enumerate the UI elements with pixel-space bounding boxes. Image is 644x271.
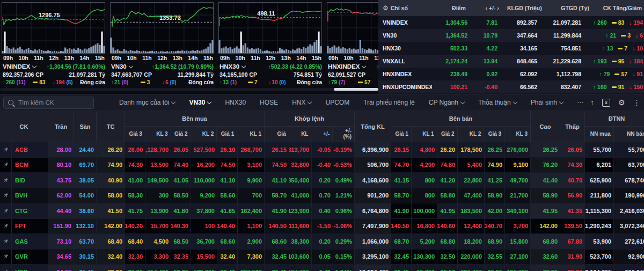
cell-pin[interactable] xyxy=(0,265,12,271)
cell-mua-4[interactable]: 26.10 xyxy=(217,142,238,157)
cell-ban-2[interactable]: 41.95 xyxy=(437,203,458,218)
cell-symbol[interactable]: BCM xyxy=(12,158,48,173)
charts-scrollbar[interactable] xyxy=(0,88,378,91)
tab-tr-i-phi-u-ri-ng-l-[interactable]: Trái phiếu riêng lẻ xyxy=(363,99,415,106)
cell-mua-5[interactable]: 1,100 xyxy=(238,219,265,234)
cell-ban-1[interactable]: 100,000 xyxy=(412,203,437,218)
cell-pin[interactable] xyxy=(0,173,12,188)
gear-icon[interactable]: ⚙ xyxy=(383,4,389,12)
cell-symbol[interactable]: CTG xyxy=(12,203,48,218)
cell-mua-5[interactable]: 268,700 xyxy=(238,142,265,157)
cell-ban-5[interactable]: 49,700 xyxy=(505,173,531,188)
pin-icon[interactable] xyxy=(3,254,9,259)
tab-hose[interactable]: HOSE xyxy=(260,99,278,106)
cell-symbol[interactable]: GVR xyxy=(12,250,48,265)
cell-pin[interactable] xyxy=(0,203,12,218)
board-row-acb[interactable]: ACB28.0024.4026.2026.001,128,70026.05527… xyxy=(0,142,644,158)
cell-mua-3[interactable]: 100 xyxy=(191,219,217,234)
cell-symbol[interactable]: ACB xyxy=(12,142,48,157)
cell-mua-0[interactable]: 26.00 xyxy=(125,142,145,157)
cell-mua-2[interactable]: 23.35 xyxy=(171,265,191,271)
cell-mua-1[interactable]: 300 xyxy=(145,188,171,203)
cell-ban-1[interactable]: 130,300 xyxy=(412,250,437,265)
index-row-vnindex[interactable]: VNINDEX 1,304.56 7.81 892.357 21,097.281… xyxy=(378,16,644,29)
cell-mua-0[interactable]: 41.75 xyxy=(125,203,145,218)
tab--[interactable]: ⋯ xyxy=(577,99,583,106)
cell-mua-3[interactable]: 172,200 xyxy=(191,265,217,271)
cell-mua-4[interactable]: 74.50 xyxy=(217,158,238,173)
cell-ban-4[interactable]: 68.90 xyxy=(485,234,505,249)
tab-hnx30[interactable]: HNX30 xyxy=(225,99,246,106)
pin-icon[interactable] xyxy=(3,239,9,244)
cell-ban-2[interactable]: 26.20 xyxy=(437,142,458,157)
cell-ban-5[interactable]: 15,800 xyxy=(505,234,531,249)
board-row-ctg[interactable]: CTG44.4038.6041.5041.7513,90041.8037,800… xyxy=(0,203,644,219)
cell-ban-4[interactable]: 42.00 xyxy=(485,203,505,218)
cell-ban-5[interactable]: 3,700 xyxy=(505,219,531,234)
index-header-advdec[interactable]: CK Tăng/Giảm xyxy=(592,5,644,11)
tab-upcom[interactable]: UPCOM xyxy=(325,99,349,106)
chart-index-dropdown[interactable]: HNXINDEX xyxy=(328,63,365,70)
index-row-hnxindex[interactable]: HNXINDEX 238.49 0.92 62.092 1,112.798 ↑ … xyxy=(378,68,644,80)
cell-symbol[interactable]: HDB xyxy=(12,265,48,271)
cell-mua-5[interactable]: 3,100 xyxy=(238,158,265,173)
pin-icon[interactable] xyxy=(3,193,9,198)
cell-ban-3[interactable]: 178,500 xyxy=(458,142,485,157)
cell-pin[interactable] xyxy=(0,250,12,265)
cell-mua-0[interactable]: 74.30 xyxy=(125,158,145,173)
board-row-gas[interactable]: GAS73.1063.7068.4068.404,50068.5036,7006… xyxy=(0,234,644,250)
tab-th-a-thu-n[interactable]: Thỏa thuận xyxy=(478,99,517,106)
cell-ban-4[interactable]: 26.25 xyxy=(485,142,505,157)
cell-ban-4[interactable]: 74.90 xyxy=(485,158,505,173)
cell-mua-0[interactable]: 68.40 xyxy=(125,234,145,249)
cell-mua-0[interactable]: 41.00 xyxy=(125,173,145,188)
cell-ban-0[interactable]: 68.70 xyxy=(391,234,412,249)
index-header-points[interactable]: Điểm xyxy=(430,5,469,11)
cell-mua-3[interactable]: 36,700 xyxy=(191,234,217,249)
cell-mua-3[interactable]: 15,500 xyxy=(191,250,217,265)
cell-mua-4[interactable]: 23.40 xyxy=(217,265,238,271)
tab-vn30[interactable]: VN30 xyxy=(189,99,211,106)
chart-index-dropdown[interactable]: VN30 xyxy=(111,63,133,70)
tab-ph-i-sinh[interactable]: Phái sinh xyxy=(531,99,563,106)
cell-ban-2[interactable]: 140.60 xyxy=(437,219,458,234)
cell-ban-0[interactable]: 41.15 xyxy=(391,173,412,188)
cell-ban-1[interactable]: 4,800 xyxy=(412,142,437,157)
cell-mua-5[interactable]: 7,300 xyxy=(238,250,265,265)
cell-ban-1[interactable]: 16,800 xyxy=(412,219,437,234)
charts-scrollbar-thumb[interactable] xyxy=(334,88,378,91)
index-row-hnx30[interactable]: HNX30 502.33 4.22 34.165 754.851 ↑ 13 7 … xyxy=(378,42,644,55)
cell-ban-5[interactable]: 21,700 xyxy=(505,188,531,203)
cell-mua-2[interactable]: 41.05 xyxy=(171,173,191,188)
cell-pin[interactable] xyxy=(0,234,12,249)
cell-ban-3[interactable]: 12,400 xyxy=(458,219,485,234)
excel-export-icon[interactable]: x xyxy=(602,99,610,107)
tab-hnx[interactable]: HNX xyxy=(292,99,311,106)
cell-ban-1[interactable]: 800 xyxy=(412,173,437,188)
cell-ban-3[interactable]: 47,400 xyxy=(458,188,485,203)
cell-ban-3[interactable]: 5,400 xyxy=(458,158,485,173)
cell-mua-4[interactable]: 41.85 xyxy=(217,203,238,218)
cell-mua-3[interactable]: 527,500 xyxy=(191,142,217,157)
cell-mua-1[interactable]: 15,700 xyxy=(145,219,171,234)
index-header-change[interactable]: ‹ +/- › xyxy=(469,5,502,11)
cell-ban-1[interactable]: 15,700 xyxy=(412,265,437,271)
cell-mua-2[interactable]: 26.05 xyxy=(171,142,191,157)
cell-ban-2[interactable]: 23.50 xyxy=(437,265,458,271)
cell-ban-2[interactable]: 74.80 xyxy=(437,158,458,173)
cell-ban-0[interactable]: 74.70 xyxy=(391,158,412,173)
cell-mua-4[interactable]: 32.40 xyxy=(217,250,238,265)
cell-mua-1[interactable]: 4,500 xyxy=(145,234,171,249)
cell-mua-4[interactable]: 140.40 xyxy=(217,219,238,234)
tab-danh-m-c-c-a-t-i[interactable]: Danh mục của tôi xyxy=(119,99,175,106)
cell-symbol[interactable]: BVH xyxy=(12,188,48,203)
pin-icon[interactable] xyxy=(3,162,9,167)
index-row-vnxall[interactable]: VNXALL 2,174.24 13.94 848.465 21,229.628… xyxy=(378,55,644,68)
cell-ban-2[interactable]: 68.80 xyxy=(437,234,458,249)
cell-ban-2[interactable]: 58.80 xyxy=(437,188,458,203)
cell-mua-4[interactable]: 68.60 xyxy=(217,234,238,249)
cell-mua-3[interactable]: 16,200 xyxy=(191,158,217,173)
gear-icon[interactable]: ⚙ xyxy=(618,99,625,106)
cell-mua-5[interactable]: 2,900 xyxy=(238,234,265,249)
cell-pin[interactable] xyxy=(0,219,12,234)
